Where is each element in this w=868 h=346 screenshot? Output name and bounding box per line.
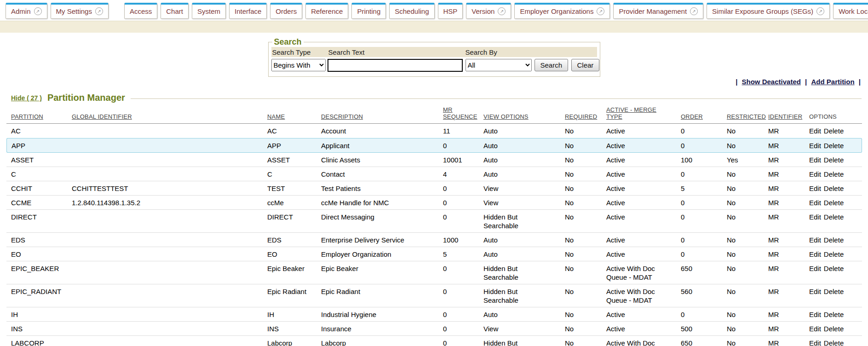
nav-tab-orders[interactable]: Orders bbox=[270, 3, 302, 19]
edit-link[interactable]: Edit bbox=[809, 156, 821, 164]
cell-options: EditDelete bbox=[805, 153, 862, 167]
nav-tab-similar-exposure-groups-segs[interactable]: Similar Exposure Groups (SEGs)↗ bbox=[707, 3, 830, 19]
cell-identifier: MR bbox=[764, 261, 805, 284]
cell-mr-sequence: 10001 bbox=[438, 153, 479, 167]
search-button[interactable]: Search bbox=[535, 59, 569, 71]
nav-tab-reference[interactable]: Reference bbox=[305, 3, 348, 19]
cell-global-identifier bbox=[67, 307, 263, 322]
column-header-partition[interactable]: PARTITION bbox=[6, 106, 67, 124]
cell-order: 100 bbox=[676, 153, 722, 167]
table-row-ins[interactable]: INSINSInsurance0ViewNoActive500NoMREditD… bbox=[6, 322, 862, 336]
column-header-global-identifier[interactable]: GLOBAL IDENTIFIER bbox=[67, 106, 263, 124]
delete-link[interactable]: Delete bbox=[824, 265, 844, 272]
table-row-eds[interactable]: EDSEDSEnterprise Delivery Service1000Aut… bbox=[6, 233, 862, 247]
search-text-input[interactable] bbox=[328, 59, 463, 72]
delete-link[interactable]: Delete bbox=[824, 185, 844, 192]
nav-tab-access[interactable]: Access bbox=[124, 3, 157, 19]
popout-icon[interactable]: ↗ bbox=[34, 7, 42, 15]
column-header-identifier[interactable]: IDENTIFIER bbox=[764, 106, 805, 124]
edit-link[interactable]: Edit bbox=[809, 265, 821, 272]
nav-tab-my-settings[interactable]: My Settings↗ bbox=[51, 3, 109, 19]
column-header-view-options[interactable]: VIEW OPTIONS bbox=[479, 106, 560, 124]
delete-link[interactable]: Delete bbox=[824, 170, 844, 178]
delete-link[interactable]: Delete bbox=[824, 325, 844, 333]
column-header-active-merge-type[interactable]: ACTIVE - MERGE TYPE bbox=[602, 106, 676, 124]
column-header-mr-sequence[interactable]: MR SEQUENCE bbox=[438, 106, 479, 124]
delete-link[interactable]: Delete bbox=[824, 288, 844, 295]
cell-required: No bbox=[560, 124, 602, 138]
column-header-restricted[interactable]: RESTRICTED bbox=[722, 106, 764, 124]
nav-tab-system[interactable]: System bbox=[192, 3, 226, 19]
search-by-select[interactable]: All bbox=[466, 59, 532, 71]
show-deactivated-link[interactable]: Show Deactivated bbox=[742, 78, 801, 86]
cell-partition: IH bbox=[6, 307, 67, 322]
edit-link[interactable]: Edit bbox=[809, 325, 821, 333]
table-row-cchit[interactable]: CCHITCCHITTESTTESTTESTTest Patients0View… bbox=[6, 181, 862, 196]
cell-mr-sequence: 0 bbox=[438, 181, 479, 196]
column-header-required[interactable]: REQUIRED bbox=[560, 106, 602, 124]
nav-tab-scheduling[interactable]: Scheduling bbox=[389, 3, 434, 19]
nav-tab-printing[interactable]: Printing bbox=[351, 3, 386, 19]
table-row-app[interactable]: APPAPPApplicant0AutoNoActive0NoMREditDel… bbox=[6, 138, 862, 153]
delete-link[interactable]: Delete bbox=[824, 213, 844, 221]
table-row-c[interactable]: CCContact4AutoNoActive0NoMREditDelete bbox=[6, 167, 862, 181]
popout-icon[interactable]: ↗ bbox=[95, 7, 103, 15]
popout-icon[interactable]: ↗ bbox=[498, 7, 506, 15]
table-row-ih[interactable]: IHIHIndustrial Hygiene0AutoNoActive0NoMR… bbox=[6, 307, 862, 322]
table-row-ac[interactable]: ACACAccount11AutoNoActive0NoMREditDelete bbox=[6, 124, 862, 138]
nav-tab-chart[interactable]: Chart bbox=[161, 3, 189, 19]
delete-link[interactable]: Delete bbox=[824, 236, 844, 244]
add-partition-link[interactable]: Add Partition bbox=[811, 78, 854, 86]
cell-required: No bbox=[560, 261, 602, 284]
table-row-epic-beaker[interactable]: EPIC_BEAKEREpic BeakerEpic Beaker0Hidden… bbox=[6, 261, 862, 284]
table-row-eo[interactable]: EOEOEmployer Organization5AutoNoActive0N… bbox=[6, 247, 862, 261]
edit-link[interactable]: Edit bbox=[809, 142, 821, 150]
cell-order: 5 bbox=[676, 181, 722, 196]
edit-link[interactable]: Edit bbox=[809, 236, 821, 244]
cell-view-options: Hidden But Searchable bbox=[479, 261, 560, 284]
actions-bar: | Show Deactivated | Add Partition | bbox=[0, 77, 868, 87]
nav-tab-employer-organizations[interactable]: Employer Organizations↗ bbox=[514, 3, 610, 19]
table-row-asset[interactable]: ASSETASSETClinic Assets10001AutoNoActive… bbox=[6, 153, 862, 167]
popout-icon[interactable]: ↗ bbox=[597, 7, 604, 15]
delete-link[interactable]: Delete bbox=[824, 142, 844, 150]
edit-link[interactable]: Edit bbox=[809, 213, 821, 221]
cell-mr-sequence: 0 bbox=[438, 196, 479, 210]
delete-link[interactable]: Delete bbox=[824, 250, 844, 258]
edit-link[interactable]: Edit bbox=[809, 339, 821, 346]
table-row-direct[interactable]: DIRECTDIRECTDirect Messaging0Hidden But … bbox=[6, 210, 862, 233]
popout-icon[interactable]: ↗ bbox=[816, 7, 824, 15]
cell-description: Account bbox=[316, 124, 438, 138]
edit-link[interactable]: Edit bbox=[809, 250, 821, 258]
nav-tab-admin[interactable]: Admin↗ bbox=[6, 3, 47, 19]
nav-tab-interface[interactable]: Interface bbox=[229, 3, 267, 19]
table-row-ccme[interactable]: CCME1.2.840.114398.1.35.2ccMeccMe Handle… bbox=[6, 196, 862, 210]
nav-tab-version[interactable]: Version↗ bbox=[466, 3, 511, 19]
search-type-select[interactable]: Begins With bbox=[271, 59, 326, 71]
table-row-epic-radiant[interactable]: EPIC_RADIANTEpic RadiantEpic Radiant0Hid… bbox=[6, 284, 862, 307]
edit-link[interactable]: Edit bbox=[809, 127, 821, 135]
nav-tab-hsp[interactable]: HSP bbox=[438, 3, 463, 19]
delete-link[interactable]: Delete bbox=[824, 311, 844, 318]
delete-link[interactable]: Delete bbox=[824, 199, 844, 207]
column-header-name[interactable]: NAME bbox=[263, 106, 316, 124]
edit-link[interactable]: Edit bbox=[809, 170, 821, 178]
column-header-order[interactable]: ORDER bbox=[676, 106, 722, 124]
edit-link[interactable]: Edit bbox=[809, 288, 821, 295]
table-row-labcorp[interactable]: LABCORPLabcorpLabcorp0Hidden But Searcha… bbox=[6, 336, 862, 346]
popout-icon[interactable]: ↗ bbox=[690, 7, 698, 15]
nav-tab-provider-management[interactable]: Provider Management↗ bbox=[613, 3, 703, 19]
cell-options: EditDelete bbox=[805, 284, 862, 307]
column-header-description[interactable]: DESCRIPTION bbox=[316, 106, 438, 124]
edit-link[interactable]: Edit bbox=[809, 185, 821, 192]
cell-active-merge-type: Active bbox=[602, 167, 676, 181]
edit-link[interactable]: Edit bbox=[809, 311, 821, 318]
delete-link[interactable]: Delete bbox=[824, 156, 844, 164]
clear-button[interactable]: Clear bbox=[571, 59, 600, 71]
delete-link[interactable]: Delete bbox=[824, 127, 844, 135]
delete-link[interactable]: Delete bbox=[824, 339, 844, 346]
edit-link[interactable]: Edit bbox=[809, 199, 821, 207]
cell-description: Clinic Assets bbox=[316, 153, 438, 167]
hide-link[interactable]: Hide ( 27 ) bbox=[11, 94, 42, 102]
nav-tab-work-locations[interactable]: Work Locations↗ bbox=[833, 3, 868, 19]
